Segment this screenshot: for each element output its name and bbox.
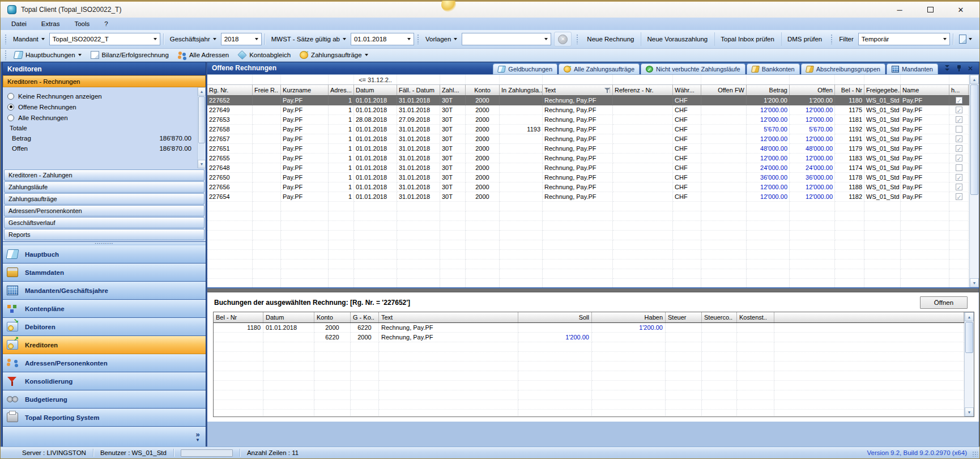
quick-toolbar-item[interactable]: Bilanz/Erfolgsrechnung xyxy=(87,49,172,61)
close-panel-icon[interactable]: ✕ xyxy=(968,65,973,72)
date-filter-value[interactable]: <= 31.12.2.. xyxy=(354,75,397,84)
freigabe-checkbox[interactable] xyxy=(956,184,962,190)
column-header[interactable]: G - Ko.. xyxy=(351,312,379,322)
column-header[interactable]: Haben xyxy=(592,312,666,322)
nav-item[interactable]: Kontenpläne xyxy=(3,300,206,318)
column-header[interactable]: Bel - Nr xyxy=(214,312,263,322)
combo-arrow-icon[interactable] xyxy=(151,33,160,45)
column-header[interactable]: Kostenst.. xyxy=(737,312,774,322)
toolbar-button[interactable]: Neue Vorauszahlung xyxy=(641,32,713,46)
scrollbar-thumb[interactable] xyxy=(970,84,978,195)
scrollbar-up-button[interactable]: ▲ xyxy=(198,87,206,96)
freigabe-checkbox[interactable] xyxy=(956,164,962,171)
column-header[interactable]: Konto xyxy=(314,312,351,322)
column-header[interactable]: Offen FW xyxy=(701,85,747,95)
table-row[interactable]: 227653 Pay.PF 1 28.08.2018 27.09.2018 30… xyxy=(207,115,969,125)
new-filter-document-button[interactable] xyxy=(956,32,975,46)
dock-tab[interactable]: Nicht verbuchte Zahlungsläufe xyxy=(641,63,745,74)
column-header[interactable]: Zahl... xyxy=(440,85,466,95)
freigabe-checkbox[interactable] xyxy=(956,145,962,152)
radio-icon[interactable] xyxy=(7,104,14,110)
table-row[interactable]: 227651 Pay.PF 1 01.01.2018 31.01.2018 30… xyxy=(207,144,969,154)
column-header[interactable]: Betrag xyxy=(747,85,790,95)
freigabe-checkbox[interactable] xyxy=(956,155,962,162)
column-header[interactable]: Name xyxy=(901,85,949,95)
freigabe-checkbox[interactable] xyxy=(956,116,962,123)
sidebar-section-item[interactable]: Kreditoren - Zahlungen xyxy=(4,169,204,181)
sidebar-section-item[interactable]: Zahlungsläufe xyxy=(4,181,204,193)
nav-item[interactable]: Hauptbuch xyxy=(3,245,206,264)
nav-item[interactable]: Adressen/Personenkonten xyxy=(3,354,206,372)
maximize-button[interactable] xyxy=(922,3,939,16)
mwst-date-combobox[interactable]: 01.01.2018 xyxy=(351,33,414,45)
sidebar-scrollbar[interactable]: ▲ ▼ xyxy=(197,87,206,168)
radio-option[interactable]: Alle Rechnungen xyxy=(7,112,195,123)
column-header[interactable]: Adres... xyxy=(329,85,354,95)
toolbar-grip[interactable] xyxy=(5,34,7,44)
sidebar-section-item[interactable]: Adressen/Personenkonten xyxy=(4,205,204,216)
scrollbar-thumb[interactable] xyxy=(198,96,205,143)
sidebar-section-kreditoren-rechnungen[interactable]: Kreditoren - Rechnungen xyxy=(3,75,206,87)
combo-arrow-icon[interactable] xyxy=(404,33,414,45)
column-header[interactable]: Datum xyxy=(263,312,314,322)
dock-tab[interactable]: Mandanten xyxy=(887,63,938,74)
freigabe-checkbox[interactable] xyxy=(956,174,962,181)
buchung-row[interactable]: 6220 2000 Rechnung, Pay.PF 1'200.00 xyxy=(214,333,964,342)
column-header[interactable]: Steuer xyxy=(666,312,702,322)
column-header[interactable]: Text xyxy=(379,312,518,322)
sub-grid-vertical-scrollbar[interactable]: ▲ ▼ xyxy=(964,312,974,416)
sidebar-splitter[interactable]: ········· xyxy=(3,241,206,245)
column-header[interactable]: Kurzname xyxy=(281,85,329,95)
column-header[interactable]: Datum xyxy=(354,85,397,95)
pin-panel-icon[interactable] xyxy=(956,65,962,72)
quick-toolbar-item[interactable]: Alle Adressen xyxy=(174,49,232,61)
column-header[interactable]: Soll xyxy=(518,312,592,322)
geschaeftsjahr-combobox[interactable]: 2018 xyxy=(221,33,262,45)
toolbar-button[interactable]: DMS prüfen xyxy=(781,32,828,46)
radio-option[interactable]: Offene Rechnungen xyxy=(7,101,195,112)
vorlagen-combobox[interactable] xyxy=(462,33,551,45)
mandant-combobox[interactable]: Topal_ISO20022_T xyxy=(49,33,160,45)
scrollbar-up-button[interactable]: ▲ xyxy=(965,312,974,321)
table-row[interactable]: 227655 Pay.PF 1 01.01.2018 31.01.2018 30… xyxy=(207,154,969,163)
nav-item[interactable]: Konsolidierung xyxy=(3,372,206,390)
sidebar-section-item[interactable]: Geschäftsverlauf xyxy=(4,217,204,228)
dock-tab[interactable]: Abschreibungsgruppen xyxy=(801,63,885,74)
column-header[interactable]: h... xyxy=(949,85,969,95)
nav-item[interactable]: Budgetierung xyxy=(3,390,206,409)
collapse-panel-icon[interactable] xyxy=(944,65,951,72)
column-header[interactable]: Steuerco.. xyxy=(702,312,737,322)
column-header[interactable]: Freigegebe... xyxy=(864,85,901,95)
open-button[interactable]: Öffnen xyxy=(920,296,968,309)
freigabe-checkbox[interactable] xyxy=(956,107,962,113)
quick-toolbar-item[interactable]: Zahlungsaufträge xyxy=(296,49,372,61)
grid-vertical-scrollbar[interactable]: ▲ ▼ xyxy=(969,75,979,287)
column-header[interactable]: Bel - Nr xyxy=(835,85,864,95)
toolbar-grip[interactable] xyxy=(576,34,578,44)
column-header[interactable]: Freie R.. xyxy=(253,85,281,95)
sidebar-section-item[interactable]: Zahlungsaufträge xyxy=(4,193,204,205)
column-header[interactable]: Rg. Nr. xyxy=(207,85,253,95)
more-buttons-chevron[interactable]: »▼ xyxy=(195,432,200,443)
clear-template-button[interactable]: ✕ xyxy=(558,35,568,44)
freigabe-checkbox[interactable] xyxy=(956,193,962,200)
scrollbar-down-button[interactable]: ▼ xyxy=(198,160,206,168)
column-header[interactable]: Fäll. - Datum xyxy=(397,85,440,95)
column-header[interactable]: In Zahlungsla... xyxy=(500,85,543,95)
freigabe-checkbox[interactable] xyxy=(956,126,962,133)
geschaeftsjahr-dropdown-button[interactable]: Geschäftsjahr xyxy=(167,32,220,46)
nav-item[interactable]: Mandanten/Geschäftsjahre xyxy=(3,282,206,300)
scrollbar-up-button[interactable]: ▲ xyxy=(970,75,979,84)
nav-item[interactable]: Stammdaten xyxy=(3,264,206,282)
menu-item[interactable]: Extras xyxy=(34,18,67,30)
toolbar-grip[interactable] xyxy=(417,34,419,44)
radio-icon[interactable] xyxy=(7,114,14,121)
table-row[interactable]: 227656 Pay.PF 1 01.01.2018 31.01.2018 30… xyxy=(207,182,969,192)
radio-icon[interactable] xyxy=(7,93,14,100)
sidebar-section-item[interactable]: Reports xyxy=(4,229,204,240)
radio-option[interactable]: Keine Rechnungen anzeigen xyxy=(7,91,195,101)
menu-item[interactable]: ? xyxy=(97,18,115,30)
scrollbar-down-button[interactable]: ▼ xyxy=(965,407,974,416)
freigabe-checkbox[interactable] xyxy=(956,135,962,142)
minimize-button[interactable]: ─ xyxy=(891,3,908,16)
